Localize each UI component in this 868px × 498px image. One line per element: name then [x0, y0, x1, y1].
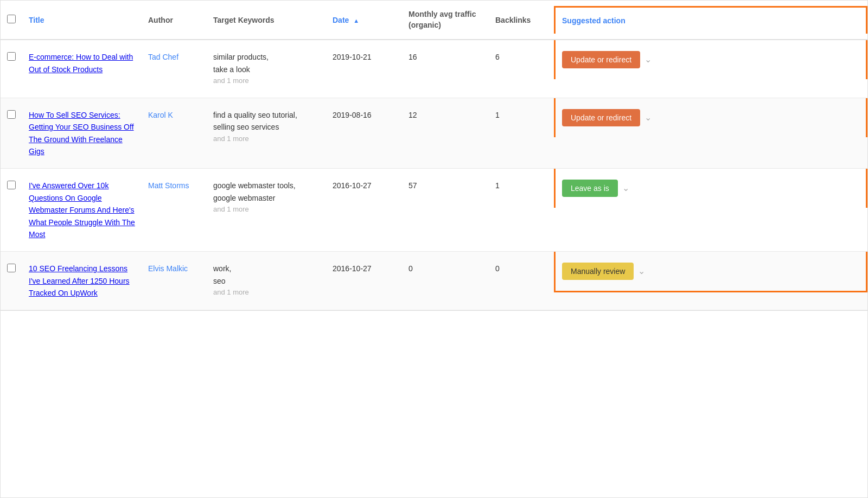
- row-3-keywords: google webmaster tools, google webmaster…: [207, 169, 326, 226]
- row-3-author[interactable]: Matt Storms: [142, 169, 207, 202]
- row-3-traffic: 57: [402, 169, 489, 202]
- leave-as-is-button[interactable]: Leave as is: [562, 180, 618, 197]
- and-more: and 1 more: [213, 204, 320, 215]
- row-2-checkbox-cell[interactable]: [1, 98, 22, 133]
- row-3-checkbox-cell[interactable]: [1, 169, 22, 203]
- row-4-backlinks: 0: [489, 252, 554, 285]
- row-2-suggested-action: Update or redirect ⌄: [554, 98, 867, 137]
- chevron-down-icon-4[interactable]: ⌄: [638, 263, 645, 276]
- row-1-checkbox-cell[interactable]: [1, 40, 22, 75]
- row-4-suggested-action: Manually review ⌄: [554, 252, 867, 292]
- row-1-date: 2019-10-21: [326, 40, 402, 74]
- row-1-author[interactable]: Tad Chef: [142, 40, 207, 74]
- row-3-title[interactable]: I've Answered Over 10k Questions On Goog…: [22, 169, 142, 251]
- table-row: E-commerce: How to Deal with Out of Stoc…: [1, 40, 867, 98]
- and-more: and 1 more: [213, 287, 320, 298]
- row-2-keywords: find a quality seo tutorial, selling seo…: [207, 98, 326, 156]
- chevron-down-icon-2[interactable]: ⌄: [644, 109, 652, 123]
- manually-review-button[interactable]: Manually review: [562, 263, 634, 280]
- header-date[interactable]: Date ▲: [326, 7, 402, 33]
- row-1-backlinks: 6: [489, 40, 554, 74]
- and-more: and 1 more: [213, 75, 320, 87]
- chevron-down-icon-1[interactable]: ⌄: [644, 51, 652, 65]
- select-all-checkbox[interactable]: [7, 15, 16, 23]
- keyword-item: selling seo services: [213, 121, 320, 133]
- table-row: I've Answered Over 10k Questions On Goog…: [1, 169, 867, 252]
- row-4-author[interactable]: Elvis Malkic: [142, 252, 207, 285]
- row-4-title[interactable]: 10 SEO Freelancing Lessons I've Learned …: [22, 252, 142, 310]
- row-4-keywords: work, seo and 1 more: [207, 252, 326, 309]
- row-2-traffic: 12: [402, 98, 489, 132]
- row-2-backlinks: 1: [489, 98, 554, 132]
- header-suggested-action: Suggested action: [554, 6, 867, 34]
- row-2-author[interactable]: Karol K: [142, 98, 207, 132]
- row-2-checkbox[interactable]: [7, 110, 16, 119]
- keyword-item: google webmaster: [213, 192, 320, 204]
- keyword-item: find a quality seo tutorial,: [213, 109, 320, 121]
- row-3-date: 2016-10-27: [326, 169, 402, 202]
- header-target-keywords: Target Keywords: [207, 7, 326, 33]
- row-4-checkbox-cell[interactable]: [1, 252, 22, 286]
- header-title[interactable]: Title: [22, 7, 142, 33]
- row-4-traffic: 0: [402, 252, 489, 285]
- keyword-item: seo: [213, 275, 320, 287]
- header-monthly-traffic: Monthly avg traffic (organic): [402, 1, 489, 39]
- row-4-checkbox[interactable]: [7, 264, 16, 272]
- row-1-title[interactable]: E-commerce: How to Deal with Out of Stoc…: [22, 40, 142, 86]
- update-or-redirect-button-2[interactable]: Update or redirect: [562, 109, 640, 126]
- header-backlinks: Backlinks: [489, 7, 554, 33]
- keyword-item: take a look: [213, 63, 320, 75]
- row-1-checkbox[interactable]: [7, 52, 16, 61]
- row-3-checkbox[interactable]: [7, 181, 16, 189]
- header-checkbox-cell[interactable]: [1, 6, 22, 34]
- table-row: How To Sell SEO Services: Getting Your S…: [1, 98, 867, 169]
- row-2-title[interactable]: How To Sell SEO Services: Getting Your S…: [22, 98, 142, 169]
- keyword-item: google webmaster tools,: [213, 180, 320, 191]
- sort-arrow-icon: ▲: [353, 17, 359, 24]
- keyword-item: work,: [213, 263, 320, 274]
- row-1-traffic: 16: [402, 40, 489, 74]
- update-or-redirect-button-1[interactable]: Update or redirect: [562, 51, 640, 68]
- table-row: 10 SEO Freelancing Lessons I've Learned …: [1, 252, 867, 310]
- row-1-keywords: similar products, take a look and 1 more: [207, 40, 326, 98]
- content-table: Title Author Target Keywords Date ▲ Mont…: [0, 0, 868, 498]
- row-1-suggested-action: Update or redirect ⌄: [554, 40, 867, 79]
- row-3-backlinks: 1: [489, 169, 554, 202]
- row-4-date: 2016-10-27: [326, 252, 402, 285]
- table-bottom-border: [1, 310, 867, 311]
- keyword-item: similar products,: [213, 51, 320, 63]
- and-more: and 1 more: [213, 133, 320, 145]
- header-author: Author: [142, 7, 207, 33]
- chevron-down-icon-3[interactable]: ⌄: [622, 180, 629, 193]
- table-header: Title Author Target Keywords Date ▲ Mont…: [1, 1, 867, 40]
- row-3-suggested-action: Leave as is ⌄: [554, 169, 867, 208]
- row-2-date: 2019-08-16: [326, 98, 402, 132]
